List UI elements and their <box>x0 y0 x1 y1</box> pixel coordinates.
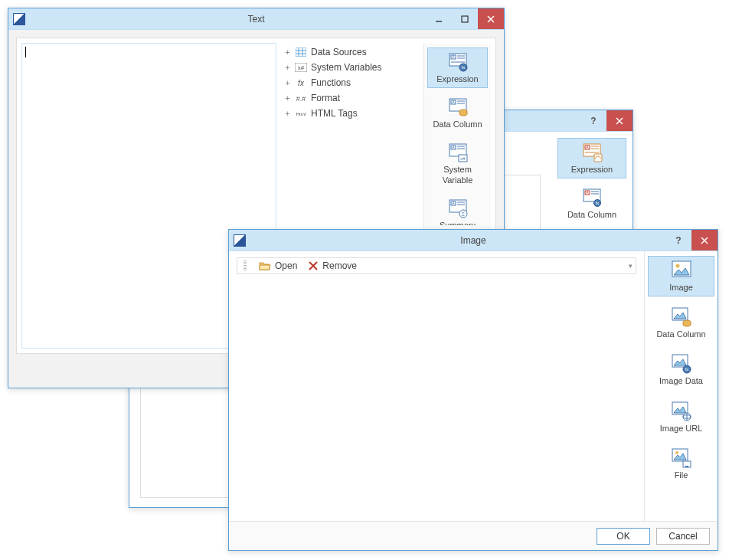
image-url-icon <box>671 401 692 422</box>
side-item-system-variable[interactable]: Ax# System Variable <box>427 138 488 188</box>
functions-icon: fx <box>295 78 307 87</box>
side-item-label: System Variable <box>443 165 473 185</box>
side-item-data-column[interactable]: A Data Column <box>427 93 488 133</box>
side-item-label: Data Column <box>433 120 482 129</box>
svg-text:Html: Html <box>296 111 306 116</box>
side-item-image-data[interactable]: fx Image Data <box>648 349 714 390</box>
data-column-icon <box>671 306 692 328</box>
data-column-icon: A <box>447 97 469 118</box>
titlebar[interactable]: Text <box>8 8 504 30</box>
system-variable-icon: Ax# <box>447 142 469 163</box>
toolbar-dropdown-icon[interactable]: ▾ <box>629 262 633 270</box>
side-item-data-column[interactable]: Afx Data Column <box>557 183 626 224</box>
svg-text:x#: x# <box>298 64 305 71</box>
expand-icon[interactable]: + <box>284 80 291 87</box>
side-item-label: Expression <box>571 165 613 175</box>
tree-item-functions[interactable]: + fx Functions <box>284 75 416 90</box>
tree-item-label: Data Sources <box>311 47 367 57</box>
help-button[interactable]: ? <box>665 230 691 251</box>
remove-icon <box>308 260 319 271</box>
close-button[interactable] <box>606 110 633 131</box>
image-toolbar: Open Remove ▾ <box>237 257 636 274</box>
folder-open-icon <box>259 260 271 271</box>
svg-text:#.#: #.# <box>296 95 306 103</box>
expand-icon[interactable]: + <box>284 110 291 117</box>
side-item-expression[interactable]: A Expression <box>557 138 626 178</box>
tree-item-label: System Variables <box>311 62 381 73</box>
file-icon <box>671 447 692 469</box>
side-item-label: File <box>675 470 688 480</box>
maximize-button[interactable] <box>452 8 478 29</box>
toolbar-grip[interactable] <box>244 260 247 271</box>
close-button[interactable] <box>478 8 504 29</box>
side-item-expression[interactable]: Afx Expression <box>427 47 488 88</box>
image-type-side-panel: Image Data Column fx Image Data <box>644 251 718 521</box>
side-item-label: Image <box>669 283 693 293</box>
image-icon <box>671 260 692 281</box>
close-button[interactable] <box>691 230 718 251</box>
cancel-button[interactable]: Cancel <box>656 528 710 545</box>
tree-item-data-sources[interactable]: + Data Sources <box>284 44 416 60</box>
html-tags-icon: Html <box>295 109 307 118</box>
image-data-icon: fx <box>671 353 692 375</box>
svg-text:Σ: Σ <box>461 211 465 217</box>
svg-rect-68 <box>685 466 688 467</box>
side-item-data-column[interactable]: Data Column <box>648 303 714 343</box>
titlebar[interactable]: Image ? <box>229 230 718 251</box>
minimize-button[interactable] <box>426 8 452 29</box>
tree-item-html-tags[interactable]: + Html HTML Tags <box>284 106 416 121</box>
tree-item-system-variables[interactable]: + x# System Variables <box>284 60 416 75</box>
svg-text:fx: fx <box>596 201 600 205</box>
tree-item-format[interactable]: + #.# Format <box>284 90 416 106</box>
side-item-label: Summary <box>440 221 476 226</box>
data-sources-icon <box>295 47 307 57</box>
remove-label: Remove <box>322 260 357 271</box>
svg-text:x#: x# <box>460 156 466 161</box>
open-button[interactable]: Open <box>259 260 297 271</box>
tree-item-label: Functions <box>311 77 351 88</box>
dialog-footer: OK Cancel <box>229 521 718 550</box>
side-item-label: Image URL <box>660 424 703 434</box>
side-item-image-url[interactable]: Image URL <box>648 397 714 437</box>
open-label: Open <box>275 260 297 271</box>
image-editor-window: Image ? Open <box>228 229 718 551</box>
expand-icon[interactable]: + <box>284 49 291 56</box>
data-column-icon: Afx <box>581 187 603 208</box>
svg-text:fx: fx <box>685 367 688 372</box>
help-button[interactable]: ? <box>580 110 606 131</box>
side-item-label: Expression <box>436 74 478 84</box>
side-item-label: Data Column <box>567 210 616 220</box>
svg-rect-16 <box>296 47 306 57</box>
side-item-summary[interactable]: AΣ Summary <box>427 194 488 226</box>
system-variables-icon: x# <box>295 63 307 72</box>
side-item-label: Image Data <box>659 376 703 386</box>
svg-point-55 <box>675 264 679 268</box>
summary-icon: AΣ <box>447 198 469 219</box>
side-item-label: Data Column <box>656 329 705 339</box>
tree-item-label: Format <box>311 93 340 103</box>
format-icon: #.# <box>295 93 307 103</box>
ok-button[interactable]: OK <box>597 528 650 545</box>
window-title: Image <box>229 235 718 246</box>
expression-icon: Afx <box>447 51 469 73</box>
svg-rect-15 <box>462 16 468 22</box>
svg-text:fx: fx <box>298 79 305 87</box>
svg-point-66 <box>675 451 678 454</box>
image-canvas[interactable] <box>229 277 644 521</box>
expression-icon: A <box>581 142 603 163</box>
remove-button[interactable]: Remove <box>308 260 357 271</box>
expand-icon[interactable]: + <box>284 64 291 71</box>
svg-text:fx: fx <box>461 65 465 70</box>
side-item-image[interactable]: Image <box>648 256 714 296</box>
side-item-file[interactable]: File <box>648 444 714 484</box>
tree-item-label: HTML Tags <box>311 108 358 119</box>
expand-icon[interactable]: + <box>284 95 291 102</box>
